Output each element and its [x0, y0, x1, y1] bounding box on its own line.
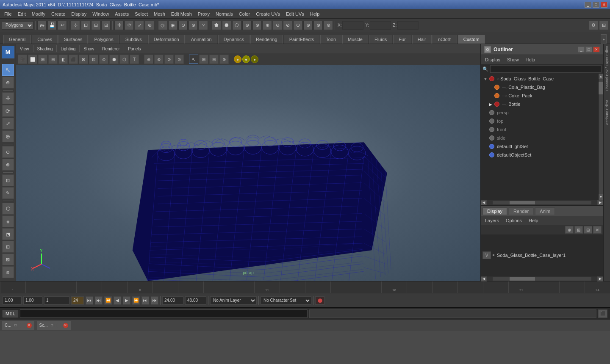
layer-hscroll-left[interactable]: ◀ — [481, 276, 487, 281]
toolbar-btn-14[interactable]: ⬣ — [222, 21, 231, 30]
outliner-minimize[interactable]: _ — [578, 47, 585, 52]
script-editor-btn[interactable]: ⬛ — [598, 309, 607, 318]
vp-icon-camera[interactable]: 🎥 — [18, 55, 27, 64]
tree-item-coke[interactable]: ─○ Coke_Pack — [481, 91, 598, 100]
tab-rendering[interactable]: Rendering — [250, 35, 283, 44]
tool-layers[interactable]: ⊞ — [2, 241, 14, 253]
outliner-menu-display[interactable]: Display — [482, 56, 503, 63]
menu-edit-uvs[interactable]: Edit UVs — [283, 11, 307, 17]
menu-modify[interactable]: Modify — [29, 11, 48, 17]
layer-btn-add[interactable]: ⊞ — [574, 226, 583, 234]
toolbar-btn-20[interactable]: ⊘ — [283, 21, 292, 30]
tree-expand-bottle[interactable]: ▶ — [488, 101, 494, 107]
tab-ncloth[interactable]: nCloth — [433, 35, 457, 44]
toolbar-btn-5[interactable]: ⊞ — [101, 21, 111, 30]
auto-key-btn[interactable]: ⬤ — [315, 296, 324, 305]
channel-box-label[interactable]: Channel Box / Layer Editor — [605, 46, 609, 91]
tree-item-front[interactable]: front — [481, 125, 598, 134]
tab-custom[interactable]: Custom — [458, 35, 485, 44]
tree-item-objectset[interactable]: defaultObjectSet — [481, 151, 598, 159]
menu-window[interactable]: Window — [90, 11, 111, 17]
vp-icon-17[interactable]: ⊙ — [175, 55, 184, 64]
tab-muscle[interactable]: Muscle — [342, 35, 368, 44]
vp-icon-20[interactable]: ⊟ — [209, 55, 219, 64]
toolbar-btn-23[interactable]: ⊛ — [313, 21, 323, 30]
menu-select[interactable]: Select — [132, 11, 150, 17]
layer-btn-new[interactable]: ⊕ — [565, 226, 574, 234]
tree-expand-soda[interactable]: ▼ — [482, 76, 488, 82]
toolbar-btn-rotate[interactable]: ⟳ — [125, 21, 134, 30]
tool-move[interactable]: ✛ — [2, 92, 14, 104]
layer-tab-render[interactable]: Render — [509, 207, 533, 215]
tree-item-bottle-group[interactable]: ▶ ─○ Bottle — [481, 100, 598, 108]
bottom-tab-c-close[interactable]: ✕ — [27, 323, 32, 328]
tab-curves[interactable]: Curves — [32, 35, 58, 44]
anim-btn-next-key[interactable]: ⏭ — [141, 296, 149, 305]
tree-item-lightset[interactable]: defaultLightSet — [481, 142, 598, 151]
tab-toon[interactable]: Toon — [320, 35, 341, 44]
layer-tab-display[interactable]: Display — [482, 207, 507, 215]
y-input[interactable] — [370, 21, 391, 30]
tab-dynamics[interactable]: Dynamics — [218, 35, 250, 44]
menu-edit-mesh[interactable]: Edit Mesh — [169, 11, 194, 17]
tool-render[interactable]: ⊠ — [2, 254, 14, 265]
toolbar-btn-paint[interactable]: ⊟ — [91, 21, 100, 30]
vp-menu-shading[interactable]: Shading — [35, 46, 55, 52]
vp-icon-light1[interactable]: ● — [234, 55, 241, 63]
layer-btn-remove[interactable]: ⊟ — [584, 226, 592, 234]
toolbar-btn-2[interactable]: 💾 — [47, 21, 57, 30]
tool-rotate[interactable]: ⟳ — [2, 105, 14, 117]
outliner-close[interactable]: ✕ — [593, 47, 600, 52]
attribute-editor-label[interactable]: Attribute Editor — [605, 100, 609, 125]
z-input[interactable] — [397, 21, 419, 30]
anim-btn-forward[interactable]: ⏩ — [132, 296, 140, 305]
minimize-button[interactable]: _ — [585, 2, 591, 8]
tool-scale[interactable]: ⤢ — [2, 118, 14, 130]
tool-select-paint[interactable]: ⊕ — [2, 77, 14, 88]
tab-general[interactable]: General — [3, 35, 31, 44]
toolbar-btn-lasso[interactable]: ⊡ — [81, 21, 90, 30]
vp-icon-5[interactable]: ◧ — [58, 55, 68, 64]
vp-menu-renderer[interactable]: Renderer — [100, 46, 122, 52]
vp-icon-4[interactable]: ⊟ — [48, 55, 58, 64]
mel-input[interactable] — [20, 309, 307, 318]
vp-icon-15[interactable]: ⊗ — [154, 55, 164, 64]
vp-menu-view[interactable]: View — [18, 46, 31, 52]
tab-surfaces[interactable]: Surfaces — [58, 35, 88, 44]
vp-icon-10[interactable]: ⬢ — [109, 55, 119, 64]
tree-item-cola[interactable]: ─○ Cola_Plastic_Bag — [481, 83, 598, 91]
toolbar-btn-settings[interactable]: ⚙ — [589, 21, 598, 30]
tree-item-top[interactable]: top — [481, 117, 598, 125]
hscroll-left[interactable]: ◀ — [481, 200, 487, 205]
tab-painteffects[interactable]: PaintEffects — [284, 35, 320, 44]
vscroll-thumb[interactable] — [599, 82, 603, 94]
layer-hscroll-thumb[interactable] — [510, 277, 535, 281]
anim-btn-play[interactable]: ▶ — [123, 296, 130, 305]
tab-polygons[interactable]: Polygons — [89, 35, 119, 44]
menu-create-uvs[interactable]: Create UVs — [253, 11, 283, 17]
tree-item-side[interactable]: side — [481, 134, 598, 142]
vp-icon-light3[interactable]: ● — [251, 55, 258, 63]
x-input[interactable] — [342, 21, 363, 30]
vp-menu-panels[interactable]: Panels — [126, 46, 143, 52]
outliner-search-input[interactable] — [490, 65, 602, 73]
layer-tab-anim[interactable]: Anim — [535, 207, 555, 215]
anim-btn-goto-start[interactable]: ⏮ — [86, 296, 93, 305]
mode-select[interactable]: Polygons — [2, 21, 33, 30]
toolbar-btn-22[interactable]: ⊚ — [303, 21, 313, 30]
tool-skin[interactable]: ⬔ — [2, 228, 14, 240]
vp-icon-21[interactable]: ⊛ — [219, 55, 229, 64]
tool-snap[interactable]: ⬡ — [2, 203, 14, 215]
vp-menu-lighting[interactable]: Lighting — [58, 46, 78, 52]
tab-fur[interactable]: Fur — [393, 35, 411, 44]
vp-icon-6[interactable]: ⬛ — [69, 55, 78, 64]
layer-menu-options[interactable]: Options — [503, 217, 524, 224]
layer-menu-help[interactable]: Help — [526, 217, 541, 224]
vscroll-down[interactable]: ▼ — [599, 194, 603, 200]
toolbar-btn-3[interactable]: ↩ — [58, 21, 67, 30]
layer-visibility-badge[interactable]: V — [482, 251, 491, 259]
vp-icon-7[interactable]: ⊠ — [79, 55, 88, 64]
viewport-canvas[interactable]: X Y pdrap — [16, 65, 480, 281]
tab-deformation[interactable]: Deformation — [148, 35, 185, 44]
vp-icon-film[interactable]: ⬜ — [28, 55, 37, 64]
